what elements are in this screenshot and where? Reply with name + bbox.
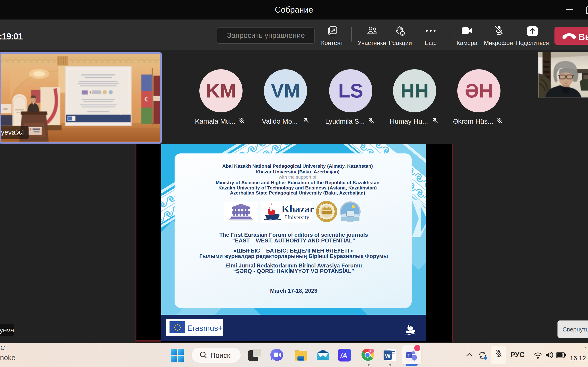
svg-text:W: W — [385, 352, 391, 359]
svg-text:/A: /A — [340, 352, 347, 359]
svg-text:T: T — [407, 353, 410, 358]
svg-text:C: C — [370, 349, 372, 353]
